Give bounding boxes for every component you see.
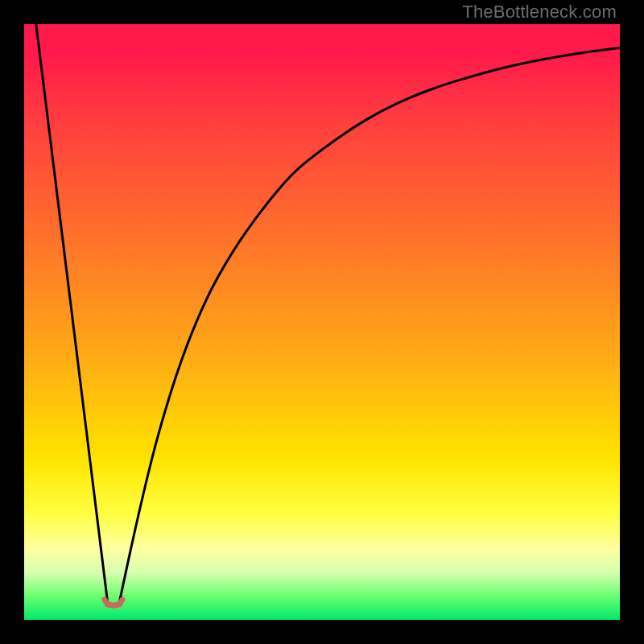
watermark-text: TheBottleneck.com bbox=[462, 2, 617, 23]
minimum-marker bbox=[105, 600, 122, 605]
curve-left-segment bbox=[36, 24, 108, 602]
plot-area bbox=[24, 24, 620, 620]
curve-right-segment bbox=[119, 48, 620, 602]
chart-frame: TheBottleneck.com bbox=[0, 0, 644, 644]
curve-layer bbox=[24, 24, 620, 620]
